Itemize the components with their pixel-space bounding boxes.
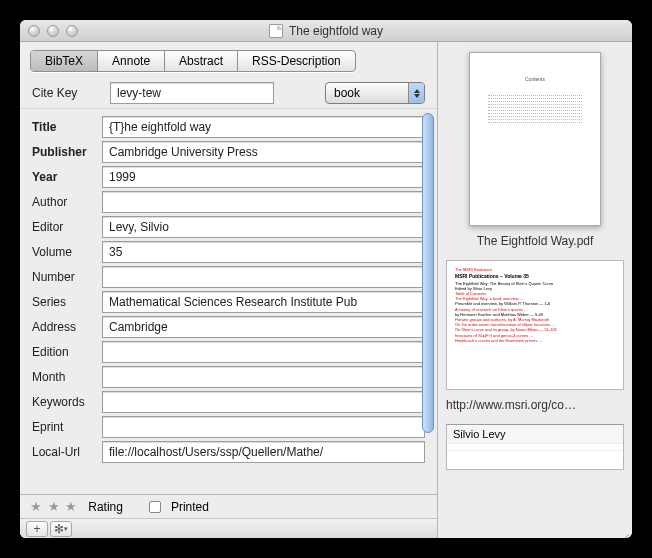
field-label: Edition [32,345,102,359]
field-row-keywords: Keywords [32,391,425,413]
citekey-label: Cite Key [32,86,102,100]
field-row-edition: Edition [32,341,425,363]
field-row-number: Number [32,266,425,288]
right-pane: Contents The Eightfold Way.pdf The MSRI … [438,42,632,538]
field-label: Volume [32,245,102,259]
action-menu-button[interactable]: ✻▾ [50,521,72,537]
field-input-author[interactable] [102,191,425,213]
printed-label: Printed [171,500,209,514]
field-input-volume[interactable] [102,241,425,263]
minimize-button[interactable] [47,25,59,37]
printed-checkbox[interactable] [149,501,161,513]
tab-bibtex[interactable]: BibTeX [31,51,98,71]
zoom-button[interactable] [66,25,78,37]
resize-grip-icon[interactable] [617,523,629,535]
field-input-address[interactable] [102,316,425,338]
field-label: Author [32,195,102,209]
field-input-editor[interactable] [102,216,425,238]
field-row-editor: Editor [32,216,425,238]
field-row-address: Address [32,316,425,338]
author-row[interactable]: Silvio Levy [447,425,623,444]
web-preview-thumbnail: The MSRI Bookstore MSRI Publications – V… [451,265,619,385]
field-input-series[interactable] [102,291,425,313]
add-button[interactable]: + [26,521,48,537]
select-stepper-icon [408,83,424,103]
field-row-author: Author [32,191,425,213]
field-input-edition[interactable] [102,341,425,363]
field-label: Eprint [32,420,102,434]
left-pane: BibTeX Annote Abstract RSS-Description C… [20,42,438,538]
web-preview-box[interactable]: The MSRI Bookstore MSRI Publications – V… [446,260,624,390]
field-label: Title [32,120,102,134]
field-label: Year [32,170,102,184]
web-url-label: http://www.msri.org/co… [446,398,624,412]
field-label: Local-Url [32,445,102,459]
field-label: Keywords [32,395,102,409]
authors-list[interactable]: Silvio Levy [446,424,624,470]
rating-stars[interactable]: ★ ★ ★ [30,499,78,514]
tab-bar: BibTeX Annote Abstract RSS-Description [30,50,356,72]
field-input-number[interactable] [102,266,425,288]
field-label: Series [32,295,102,309]
field-row-local-url: Local-Url [32,441,425,463]
field-input-month[interactable] [102,366,425,388]
entry-type-select[interactable]: book [325,82,425,104]
field-label: Editor [32,220,102,234]
scrollbar-thumb[interactable] [422,113,434,433]
traffic-lights [28,25,78,37]
tab-abstract[interactable]: Abstract [165,51,238,71]
app-window: The eightfold way BibTeX Annote Abstract… [20,20,632,538]
field-row-series: Series [32,291,425,313]
field-row-month: Month [32,366,425,388]
pdf-preview-thumbnail[interactable]: Contents [469,52,601,226]
field-input-publisher[interactable] [102,141,425,163]
field-input-title[interactable] [102,116,425,138]
field-input-local-url[interactable] [102,441,425,463]
author-row-empty [447,444,623,451]
field-input-year[interactable] [102,166,425,188]
rating-label: Rating [88,500,123,514]
field-label: Number [32,270,102,284]
field-row-publisher: Publisher [32,141,425,163]
close-button[interactable] [28,25,40,37]
field-row-year: Year [32,166,425,188]
left-footer: ★ ★ ★ Rating Printed + ✻▾ [20,494,437,538]
field-label: Address [32,320,102,334]
citekey-input[interactable] [110,82,274,104]
entry-type-value: book [334,86,360,100]
field-label: Month [32,370,102,384]
titlebar[interactable]: The eightfold way [20,20,632,42]
field-input-keywords[interactable] [102,391,425,413]
field-input-eprint[interactable] [102,416,425,438]
document-icon [269,24,283,38]
field-label: Publisher [32,145,102,159]
field-row-title: Title [32,116,425,138]
tab-rss-description[interactable]: RSS-Description [238,51,355,71]
tab-annote[interactable]: Annote [98,51,165,71]
window-title: The eightfold way [289,24,383,38]
field-row-eprint: Eprint [32,416,425,438]
form-scrollbar[interactable] [421,113,435,490]
field-row-volume: Volume [32,241,425,263]
pdf-filename-label: The Eightfold Way.pdf [450,234,620,248]
